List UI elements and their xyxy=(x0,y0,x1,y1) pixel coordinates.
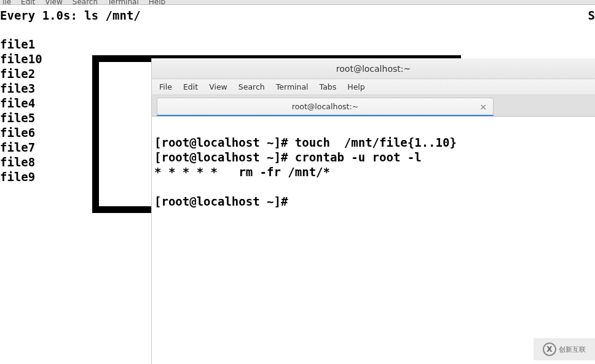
menu-help[interactable]: Help xyxy=(347,82,365,91)
window-title: root@localhost:~ xyxy=(336,64,411,74)
watch-output-listing: file1 file10 file2 file3 file4 file5 fil… xyxy=(0,37,42,184)
list-item: file10 xyxy=(0,52,42,66)
terminal-line: [root@localhost ~]# xyxy=(154,195,295,208)
terminal-line: [root@localhost ~]# crontab -u root -l xyxy=(154,150,422,164)
watch-command-text: Every 1.0s: ls /mnt/ xyxy=(0,9,141,22)
menu-terminal[interactable]: Terminal xyxy=(276,82,309,91)
list-item: file1 xyxy=(0,37,42,52)
terminal-window: root@localhost:~ File Edit View Search T… xyxy=(151,58,595,364)
bg-menubar: ile Edit View Search Terminal Help xyxy=(0,0,595,5)
watermark-logo-icon: X xyxy=(543,343,556,356)
bg-menu-terminal[interactable]: Terminal xyxy=(108,0,139,4)
list-item: file9 xyxy=(0,169,42,184)
menu-tabs[interactable]: Tabs xyxy=(320,82,337,91)
close-icon[interactable]: × xyxy=(479,103,487,111)
bg-menu-search[interactable]: Search xyxy=(73,0,98,4)
tab-terminal[interactable]: root@localhost:~ × xyxy=(157,98,494,116)
tabbar: root@localhost:~ × xyxy=(152,95,595,117)
bg-menu-file[interactable]: ile xyxy=(2,0,11,4)
list-item: file7 xyxy=(0,140,42,155)
watermark-text: 创新互联 xyxy=(559,345,586,354)
menu-view[interactable]: View xyxy=(209,82,227,91)
terminal-line: [root@localhost ~]# touch /mnt/file{1..1… xyxy=(154,136,457,149)
titlebar[interactable]: root@localhost:~ xyxy=(152,58,595,79)
watch-status-right: S xyxy=(588,9,595,22)
bg-menu-help[interactable]: Help xyxy=(149,0,165,4)
bg-menu-view[interactable]: View xyxy=(45,0,62,4)
terminal-line: * * * * * rm -fr /mnt/* xyxy=(154,165,330,179)
list-item: file4 xyxy=(0,96,42,110)
menu-edit[interactable]: Edit xyxy=(183,82,198,91)
list-item: file2 xyxy=(0,66,42,81)
menubar: File Edit View Search Terminal Tabs Help xyxy=(152,79,595,95)
list-item: file5 xyxy=(0,110,42,125)
list-item: file8 xyxy=(0,155,42,169)
menu-file[interactable]: File xyxy=(159,82,172,91)
menu-search[interactable]: Search xyxy=(238,82,265,91)
list-item: file6 xyxy=(0,125,42,140)
bg-menu-edit[interactable]: Edit xyxy=(21,0,35,4)
tab-label: root@localhost:~ xyxy=(292,102,358,111)
list-item: file3 xyxy=(0,81,42,96)
terminal-body[interactable]: [root@localhost ~]# touch /mnt/file{1..1… xyxy=(152,117,595,364)
watermark: X 创新互联 xyxy=(534,338,595,360)
